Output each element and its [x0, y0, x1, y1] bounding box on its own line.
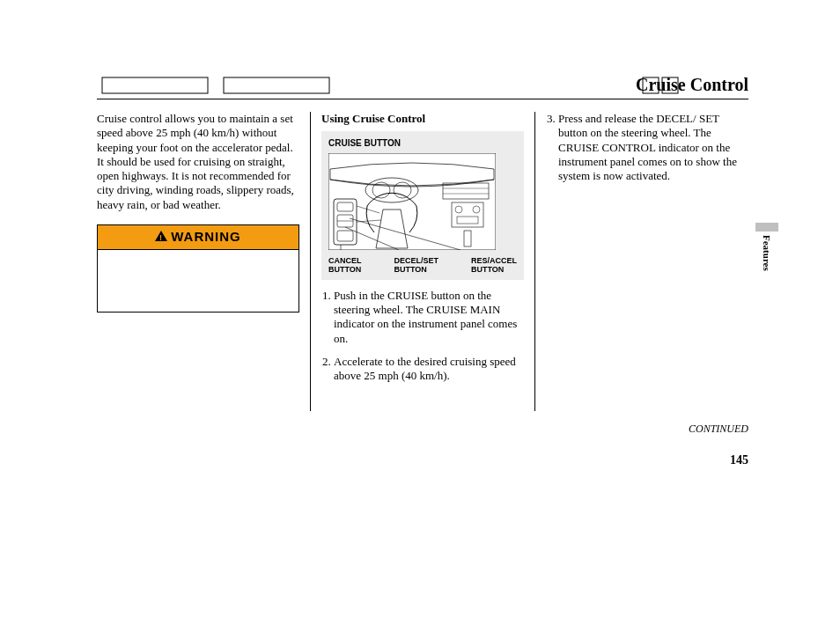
page: Cruise Control Cruise control allows you…	[97, 75, 748, 411]
side-tab-bar	[755, 223, 778, 232]
label-decel-set-button: DECEL/SETBUTTON	[394, 257, 438, 275]
step-3: Press and release the DECEL/ SET button …	[558, 112, 748, 183]
alert-icon: !	[155, 229, 167, 246]
warning-header: ! WARNING	[98, 225, 298, 250]
page-number: 145	[730, 453, 748, 467]
step-2: Accelerate to the desired cruising speed…	[334, 355, 524, 384]
side-tab: Features	[755, 223, 778, 271]
diagram-bottom-labels: CANCELBUTTON DECEL/SETBUTTON RES/ACCELBU…	[328, 257, 517, 275]
warning-box: ! WARNING	[97, 224, 299, 312]
label-cancel-button: CANCELBUTTON	[328, 257, 362, 275]
step-1: Push in the CRUISE button on the steerin…	[334, 289, 524, 346]
dashboard-illustration	[328, 153, 496, 250]
diagram-top-label: CRUISE BUTTON	[328, 138, 517, 150]
page-header: Cruise Control	[97, 75, 748, 99]
steps-list: Push in the CRUISE button on the steerin…	[321, 289, 524, 384]
columns: Cruise control allows you to maintain a …	[97, 112, 748, 411]
column-3: Press and release the DECEL/ SET button …	[534, 112, 748, 411]
page-title: Cruise Control	[97, 75, 748, 95]
continued-label: CONTINUED	[689, 423, 748, 436]
steps-list-continued: Press and release the DECEL/ SET button …	[546, 112, 748, 183]
warning-body	[98, 250, 298, 312]
cruise-diagram: CRUISE BUTTON	[321, 131, 524, 280]
section-heading: Using Cruise Control	[321, 112, 524, 126]
column-2: Using Cruise Control CRUISE BUTTON	[310, 112, 534, 411]
side-tab-label: Features	[762, 235, 772, 271]
warning-label: WARNING	[171, 229, 241, 246]
intro-paragraph: Cruise control allows you to maintain a …	[97, 112, 299, 212]
column-1: Cruise control allows you to maintain a …	[97, 112, 310, 411]
label-res-accel-button: RES/ACCELBUTTON	[471, 257, 517, 275]
svg-text:!: !	[159, 232, 163, 241]
